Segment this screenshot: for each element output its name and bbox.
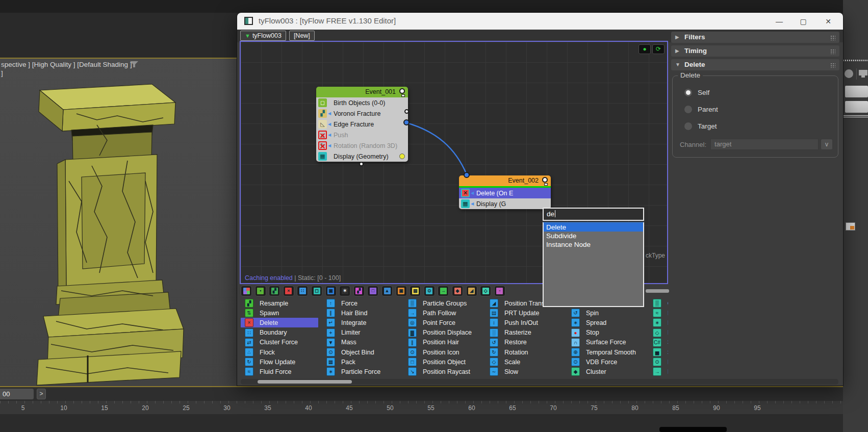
grip-icon[interactable] xyxy=(830,35,835,40)
test-ops-icon[interactable]: ◇ xyxy=(480,286,491,296)
depot-item-cluster[interactable]: ◆Cluster xyxy=(567,367,645,376)
event-node-001[interactable]: Event_001 ◻Birth Objects (0-0)▞◀Voronoi … xyxy=(316,87,408,162)
depot-item-i[interactable]: ∗I xyxy=(649,318,668,327)
depot-item-mass[interactable]: ▼Mass xyxy=(322,338,400,347)
maximize-button[interactable]: ▢ xyxy=(796,16,811,27)
depot-item-position-hair[interactable]: ∥Position Hair xyxy=(404,338,481,347)
operator-birth-objects-0-0-[interactable]: ◻Birth Objects (0-0) xyxy=(316,97,408,108)
depot-scrollbar-thumb[interactable] xyxy=(258,380,352,384)
close-button[interactable]: ✕ xyxy=(821,16,836,27)
limiter-ops-icon[interactable]: ▣ xyxy=(325,286,337,296)
output-connector-connected[interactable] xyxy=(403,119,410,125)
depot-item-limiter[interactable]: +Limiter xyxy=(322,328,400,338)
depot-item-spin[interactable]: ↺Spin xyxy=(567,308,645,318)
depot-item-c[interactable]: ▒C xyxy=(649,298,668,308)
operator-push[interactable]: △◀Push xyxy=(316,130,408,140)
depot-item-boundary[interactable]: ∷Boundary xyxy=(241,328,318,338)
event-node-002[interactable]: Event_002 ✕◀Delete (On E▦◀Display (G xyxy=(459,175,551,209)
radio-row-self[interactable]: Self xyxy=(684,88,833,97)
burst-ops-icon[interactable]: ✶ xyxy=(339,286,350,296)
depot-item-restore[interactable]: ↺Restore xyxy=(486,338,563,347)
viewport[interactable]: spective ] [High Quality ] [Default Shad… xyxy=(0,59,237,386)
section-header-delete[interactable]: ▼Delete xyxy=(671,59,839,70)
section-header-filters[interactable]: ▶Filters xyxy=(671,32,839,43)
depot-item-fluid-force[interactable]: ≈Fluid Force xyxy=(241,367,318,376)
bottom-connector[interactable] xyxy=(359,162,364,166)
operator-display-geometry-[interactable]: ▦Display (Geometry) xyxy=(316,151,408,162)
monitor-icon[interactable] xyxy=(859,70,867,75)
depot-item-position-raycast[interactable]: ↘Position Raycast xyxy=(404,367,481,376)
depot-item-prt-update[interactable]: ▤PRT Update xyxy=(486,308,563,318)
eye-ops-icon[interactable]: ⊙ xyxy=(424,286,435,296)
depot-item-surface-force[interactable]: ∩Surface Force xyxy=(567,338,645,347)
filter-funnel-icon[interactable] xyxy=(130,61,138,68)
depot-item-i[interactable]: ◇I xyxy=(649,328,668,338)
tab-New[interactable]: [New] xyxy=(289,31,315,41)
depot-item-vdb-force[interactable]: ⊙VDB Force xyxy=(567,357,645,367)
depot-item-spread[interactable]: ∗Spread xyxy=(567,318,645,327)
display-color-dot[interactable] xyxy=(399,154,405,159)
sphere-icon[interactable] xyxy=(845,69,853,78)
depot-item-position-displace[interactable]: ▓Position Displace xyxy=(404,328,481,338)
input-connector-connected[interactable] xyxy=(464,172,470,178)
operator-display-g[interactable]: ▦◀Display (G xyxy=(459,198,551,209)
depot-item-particle-force[interactable]: ∗Particle Force xyxy=(322,367,400,376)
script-ops-icon[interactable]: ▤ xyxy=(410,286,421,296)
grip-icon[interactable] xyxy=(830,49,835,54)
depot-item-hair-bind[interactable]: ∥Hair Bind xyxy=(322,308,400,318)
birth-ops-icon[interactable]: ▪ xyxy=(255,286,266,296)
shape-ops-icon[interactable]: ◆ xyxy=(452,286,463,296)
tab-tyFlow003[interactable]: ▼tyFlow003 xyxy=(240,31,286,41)
misc-ops-icon[interactable]: ▫ xyxy=(494,286,505,296)
depot-item-position-object[interactable]: □Position Object xyxy=(404,357,481,367)
spawn-ops-icon[interactable]: ▞ xyxy=(353,286,365,296)
channel-dropdown-button[interactable]: v xyxy=(821,139,833,150)
panel-button[interactable] xyxy=(845,101,868,113)
live-toggle-button[interactable]: ● xyxy=(639,44,651,54)
timeline-ruler[interactable]: 5101520253035404550556065707580859095 xyxy=(0,401,843,414)
output-connector[interactable] xyxy=(404,109,409,114)
depot-item-i[interactable]: ⊙I xyxy=(649,357,668,367)
depot-item-push-in-out[interactable]: ↕Push In/Out xyxy=(486,318,563,327)
depot-item-point-force[interactable]: ◎Point Force xyxy=(404,318,481,327)
integrate-ops-icon[interactable]: ◻ xyxy=(311,286,322,296)
depot-item-flock[interactable]: ∴Flock xyxy=(241,347,318,357)
depot-item-pack[interactable]: ▦Pack xyxy=(322,357,400,367)
object-ops-icon[interactable]: ▣ xyxy=(396,286,407,296)
depot-item-spawn[interactable]: ⇅Spawn xyxy=(241,308,318,318)
depot-item-s[interactable]: C#S xyxy=(649,338,668,347)
fracture-ops-icon[interactable]: ▞ xyxy=(269,286,280,296)
depot-item-flow-update[interactable]: ↻Flow Update xyxy=(241,357,318,367)
radio-row-target[interactable]: Target xyxy=(684,122,833,131)
depot-item-cluster-force[interactable]: ⇄Cluster Force xyxy=(241,338,318,347)
splitter-handle[interactable] xyxy=(646,289,669,293)
bulb-icon[interactable] xyxy=(542,177,548,183)
window-titlebar[interactable]: tyFlow003 : [tyFlow FREE v1.130 Editor] … xyxy=(237,13,843,30)
depot-item-slow[interactable]: ∼Slow xyxy=(486,367,563,376)
panel-button[interactable] xyxy=(845,86,868,97)
operator-voronoi-fracture[interactable]: ▞◀Voronoi Fracture xyxy=(316,108,408,119)
property-ops-icon[interactable]: □ xyxy=(367,286,378,296)
section-header-timing[interactable]: ▶Timing xyxy=(671,45,839,57)
operator-delete-on-e[interactable]: ✕◀Delete (On E xyxy=(459,188,551,198)
depot-item-position-icon[interactable]: ⊙Position Icon xyxy=(404,347,481,357)
depot-item-i[interactable]: ≈I xyxy=(649,308,668,318)
edit-icon[interactable] xyxy=(846,222,855,231)
radio-target[interactable] xyxy=(684,122,693,131)
viewport-header[interactable]: spective ] [High Quality ] [Default Shad… xyxy=(1,61,132,68)
operator-edge-fracture[interactable]: ◺◀Edge Fracture xyxy=(316,119,408,130)
search-result-instance-node[interactable]: Instance Node xyxy=(544,240,643,249)
depot-item-scale[interactable]: ◇Scale xyxy=(486,357,563,367)
grip-icon[interactable] xyxy=(830,63,835,68)
next-frame-button[interactable]: > xyxy=(37,389,46,399)
depot-item-integrate[interactable]: ↵Integrate xyxy=(322,318,400,327)
depot-item-i[interactable]: →I xyxy=(649,367,668,376)
operator-rotation-random-3d-[interactable]: ↻◀Rotation (Random 3D) xyxy=(316,140,408,151)
radio-self[interactable] xyxy=(684,88,693,97)
flow-ops-icon[interactable] xyxy=(241,286,252,296)
operator-search-input[interactable]: de xyxy=(543,208,644,221)
paint-ops-icon[interactable]: ◢ xyxy=(466,286,477,296)
search-result-delete[interactable]: Delete xyxy=(544,223,643,232)
radio-parent[interactable] xyxy=(684,105,693,114)
depot-item-rasterize[interactable]: ░Rasterize xyxy=(486,328,563,338)
